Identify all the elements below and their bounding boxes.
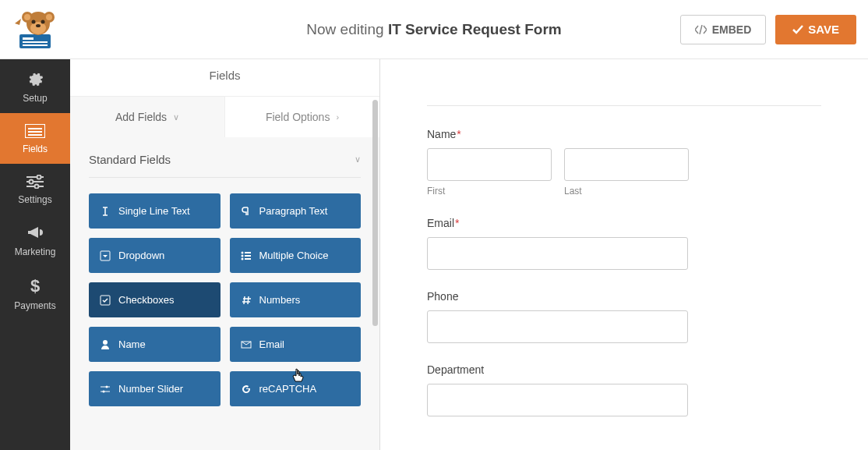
hashtag-icon: [241, 295, 252, 306]
svg-rect-1: [23, 37, 34, 40]
scrollbar[interactable]: [372, 100, 379, 412]
svg-point-10: [32, 20, 36, 24]
check-icon: [792, 25, 803, 34]
sublabel-last: Last: [564, 186, 689, 197]
svg-rect-3: [23, 44, 48, 46]
caret-square-icon: [100, 250, 111, 261]
user-icon: [100, 339, 111, 350]
svg-point-12: [36, 24, 41, 27]
page-title: Now editing IT Service Request Form: [306, 21, 561, 38]
nav-setup[interactable]: Setup: [0, 59, 70, 113]
field-name[interactable]: Name: [89, 327, 221, 362]
svg-rect-29: [245, 258, 251, 260]
svg-point-20: [30, 180, 34, 184]
last-name-input[interactable]: [564, 148, 689, 181]
code-icon: [695, 25, 707, 34]
field-email[interactable]: Email: [230, 327, 362, 362]
field-numbers[interactable]: Numbers: [230, 282, 362, 317]
svg-point-11: [41, 20, 45, 24]
svg-point-9: [30, 22, 46, 34]
field-single-line-text[interactable]: Single Line Text: [89, 193, 221, 229]
svg-point-34: [106, 385, 108, 388]
gear-icon: [26, 70, 44, 87]
svg-point-36: [103, 390, 105, 392]
envelope-icon: [241, 339, 252, 350]
chevron-down-icon: ∨: [355, 154, 361, 165]
svg-point-7: [24, 14, 30, 20]
tab-add-fields[interactable]: Add Fields∨: [70, 97, 224, 137]
preview-email-field[interactable]: Email*: [427, 217, 821, 270]
field-number-slider[interactable]: Number Slider: [89, 371, 221, 406]
save-button[interactable]: SAVE: [775, 15, 856, 44]
embed-button[interactable]: EMBED: [680, 15, 767, 44]
sliders-icon: [26, 175, 44, 189]
sliders-h-icon: [100, 384, 111, 395]
app-logo: [12, 8, 58, 51]
section-standard-fields[interactable]: Standard Fields ∨: [89, 148, 361, 178]
list-icon: [25, 124, 45, 138]
dollar-icon: $: [0, 278, 70, 295]
google-g-icon: [241, 384, 252, 395]
svg-point-22: [35, 185, 39, 189]
sidebar-nav: Setup Fields Settings Marketing $ Paymen…: [0, 59, 70, 450]
nav-payments[interactable]: $ Payments: [0, 267, 70, 321]
chevron-down-icon: ∨: [173, 112, 179, 122]
department-input[interactable]: [427, 384, 688, 416]
panel-title: Fields: [209, 69, 240, 82]
preview-phone-field[interactable]: Phone: [427, 290, 821, 343]
sublabel-first: First: [427, 186, 552, 197]
email-input[interactable]: [427, 237, 688, 270]
first-name-input[interactable]: [427, 148, 552, 181]
check-square-icon: [100, 295, 111, 306]
svg-point-31: [103, 340, 108, 345]
form-title-placeholder: [427, 78, 821, 106]
chevron-right-icon: ›: [336, 112, 339, 122]
svg-rect-27: [245, 255, 251, 257]
field-paragraph-text[interactable]: Paragraph Text: [230, 193, 362, 229]
fields-panel: Fields Add Fields∨ Field Options› Standa…: [70, 59, 380, 450]
form-preview: Name* First Last Email* Phone Department: [380, 59, 868, 450]
nav-settings[interactable]: Settings: [0, 164, 70, 214]
nav-fields[interactable]: Fields: [0, 113, 70, 164]
nav-marketing[interactable]: Marketing: [0, 214, 70, 267]
field-checkboxes[interactable]: Checkboxes: [89, 282, 221, 317]
field-recaptcha[interactable]: reCAPTCHA: [230, 371, 362, 406]
list-ul-icon: [241, 250, 252, 261]
preview-name-field[interactable]: Name* First Last: [427, 128, 821, 197]
bullhorn-icon: [26, 225, 44, 241]
text-cursor-icon: [100, 206, 111, 217]
field-multiple-choice[interactable]: Multiple Choice: [230, 238, 362, 273]
svg-point-8: [46, 14, 52, 20]
preview-department-field[interactable]: Department: [427, 363, 821, 416]
svg-rect-2: [23, 41, 48, 43]
svg-point-28: [241, 257, 243, 260]
tab-field-options[interactable]: Field Options›: [224, 97, 379, 137]
svg-rect-25: [245, 252, 251, 253]
field-dropdown[interactable]: Dropdown: [89, 238, 221, 273]
paragraph-icon: [241, 206, 252, 217]
svg-point-24: [241, 251, 243, 253]
svg-point-26: [241, 254, 243, 257]
svg-point-18: [37, 175, 41, 179]
phone-input[interactable]: [427, 310, 688, 343]
